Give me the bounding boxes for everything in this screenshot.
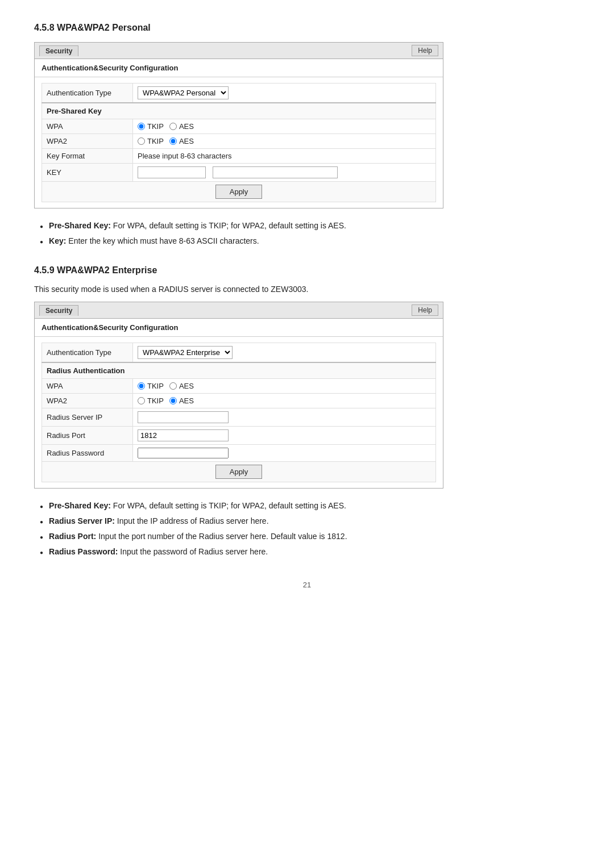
auth-type-value-cell-1: WPA&WPA2 Personal <box>133 84 436 103</box>
panel-header-1: Security Help <box>35 43 443 59</box>
help-button-2[interactable]: Help <box>412 304 438 316</box>
wpa2-label-2: WPA2 <box>42 394 133 408</box>
wpa2-tkip-label-2[interactable]: TKIP <box>138 397 164 405</box>
config-table-2: Authentication Type WPA&WPA2 Enterprise … <box>42 343 436 482</box>
help-button-1[interactable]: Help <box>412 45 438 56</box>
section-wpa-personal: 4.5.8 WPA&WPA2 Personal Security Help Au… <box>34 23 580 247</box>
wpa-label-2: WPA <box>42 379 133 394</box>
panel-body-1: Authentication Type WPA&WPA2 Personal Pr… <box>35 77 443 208</box>
radius-server-ip-cell <box>133 408 436 427</box>
wpa2-row-1: WPA2 TKIP AES <box>42 134 436 149</box>
section-wpa-enterprise: 4.5.9 WPA&WPA2 Enterprise This security … <box>34 265 580 558</box>
apply-cell-1: Apply <box>42 182 436 202</box>
apply-button-2[interactable]: Apply <box>215 465 263 479</box>
apply-row-1: Apply <box>42 182 436 202</box>
security-panel-1: Security Help Authentication&Security Co… <box>34 42 443 208</box>
wpa-label-1: WPA <box>42 119 133 134</box>
auth-type-value-cell-2: WPA&WPA2 Enterprise <box>133 343 436 363</box>
wpa-tkip-label-2[interactable]: TKIP <box>138 382 164 390</box>
security-panel-2: Security Help Authentication&Security Co… <box>34 302 443 489</box>
wpa-aes-label-2[interactable]: AES <box>169 382 194 390</box>
radius-password-row: Radius Password <box>42 445 436 462</box>
bullet-2-psk: Pre-Shared Key: For WPA, default setting… <box>40 500 580 512</box>
auth-type-row-2: Authentication Type WPA&WPA2 Enterprise <box>42 343 436 363</box>
wpa-tkip-radio-2[interactable] <box>138 382 145 390</box>
wpa-aes-radio-2[interactable] <box>169 382 177 390</box>
apply-row-2: Apply <box>42 462 436 482</box>
b2-text-2: Radius Server IP: Input the IP address o… <box>49 515 269 527</box>
radius-port-cell <box>133 427 436 445</box>
key-row: KEY <box>42 164 436 182</box>
key-label: KEY <box>42 164 133 182</box>
wpa-tkip-radio-1[interactable] <box>138 123 145 130</box>
wpa-radio-group-2: TKIP AES <box>138 382 431 390</box>
wpa2-aes-radio-1[interactable] <box>169 137 177 145</box>
radius-password-cell <box>133 445 436 462</box>
wpa2-row-2: WPA2 TKIP AES <box>42 394 436 408</box>
bullet-2-radius-ip: Radius Server IP: Input the IP address o… <box>40 515 580 527</box>
radius-server-ip-label: Radius Server IP <box>42 408 133 427</box>
radius-port-input[interactable] <box>138 429 229 441</box>
wpa2-tkip-label-1[interactable]: TKIP <box>138 137 164 145</box>
wpa-radio-group-1: TKIP AES <box>138 122 431 131</box>
pre-shared-key-label: Pre-Shared Key <box>42 103 436 119</box>
security-tab-1[interactable]: Security <box>39 45 78 56</box>
wpa-row-1: WPA TKIP AES <box>42 119 436 134</box>
radius-auth-header: Radius Authentication <box>42 362 436 379</box>
wpa-aes-label-1[interactable]: AES <box>169 122 194 131</box>
auth-type-label-1: Authentication Type <box>42 84 133 103</box>
bullet-1-psk: Pre-Shared Key: For WPA, default setting… <box>40 220 580 232</box>
wpa-row-2: WPA TKIP AES <box>42 379 436 394</box>
key-format-label: Key Format <box>42 149 133 164</box>
wpa2-aes-label-1[interactable]: AES <box>169 137 194 145</box>
wpa2-label-1: WPA2 <box>42 134 133 149</box>
config-table-1: Authentication Type WPA&WPA2 Personal Pr… <box>42 83 436 202</box>
wpa-options-2: TKIP AES <box>133 379 436 394</box>
bullet-2-radius-pw: Radius Password: Input the password of R… <box>40 546 580 558</box>
bullets-2: Pre-Shared Key: For WPA, default setting… <box>34 500 580 558</box>
wpa2-aes-radio-2[interactable] <box>169 397 177 404</box>
bullet-2-text: Key: Enter the key which must have 8-63 … <box>49 235 259 247</box>
panel-config-title-1: Authentication&Security Configuration <box>35 59 443 77</box>
b2-text-1: Pre-Shared Key: For WPA, default setting… <box>49 500 346 512</box>
wpa2-radio-group-1: TKIP AES <box>138 137 431 145</box>
wpa-options-1: TKIP AES <box>133 119 436 134</box>
auth-type-select-2[interactable]: WPA&WPA2 Enterprise <box>138 346 233 359</box>
key-format-row: Key Format Please input 8-63 characters <box>42 149 436 164</box>
wpa2-radio-group-2: TKIP AES <box>138 397 431 405</box>
pre-shared-key-header: Pre-Shared Key <box>42 103 436 119</box>
section2-title: 4.5.9 WPA&WPA2 Enterprise <box>34 265 580 276</box>
wpa2-options-2: TKIP AES <box>133 394 436 408</box>
page-number: 21 <box>34 581 580 589</box>
key-format-value: Please input 8-63 characters <box>133 149 436 164</box>
key-input-2[interactable] <box>213 166 338 178</box>
auth-type-select-1[interactable]: WPA&WPA2 Personal <box>138 86 229 99</box>
radius-server-ip-row: Radius Server IP <box>42 408 436 427</box>
radius-password-label: Radius Password <box>42 445 133 462</box>
wpa2-options-1: TKIP AES <box>133 134 436 149</box>
apply-cell-2: Apply <box>42 462 436 482</box>
b2-text-3: Radius Port: Input the port number of th… <box>49 531 347 542</box>
wpa2-tkip-radio-2[interactable] <box>138 397 145 404</box>
bullet-2-radius-port: Radius Port: Input the port number of th… <box>40 531 580 542</box>
radius-port-row: Radius Port <box>42 427 436 445</box>
wpa-tkip-label-1[interactable]: TKIP <box>138 122 164 131</box>
section1-title: 4.5.8 WPA&WPA2 Personal <box>34 23 580 33</box>
bullet-1-key: Key: Enter the key which must have 8-63 … <box>40 235 580 247</box>
panel-header-2: Security Help <box>35 302 443 319</box>
key-input-1[interactable] <box>138 166 206 178</box>
wpa2-aes-label-2[interactable]: AES <box>169 397 194 405</box>
b2-text-4: Radius Password: Input the password of R… <box>49 546 268 558</box>
radius-port-label: Radius Port <box>42 427 133 445</box>
panel-body-2: Authentication Type WPA&WPA2 Enterprise … <box>35 337 443 488</box>
radius-server-ip-input[interactable] <box>138 411 229 423</box>
panel-config-title-2: Authentication&Security Configuration <box>35 319 443 337</box>
radius-password-input[interactable] <box>138 448 229 458</box>
bullets-1: Pre-Shared Key: For WPA, default setting… <box>34 220 580 247</box>
apply-button-1[interactable]: Apply <box>215 185 263 199</box>
wpa2-tkip-radio-1[interactable] <box>138 137 145 145</box>
security-tab-2[interactable]: Security <box>39 305 78 316</box>
key-inputs <box>133 164 436 182</box>
auth-type-label-2: Authentication Type <box>42 343 133 363</box>
wpa-aes-radio-1[interactable] <box>169 123 177 130</box>
